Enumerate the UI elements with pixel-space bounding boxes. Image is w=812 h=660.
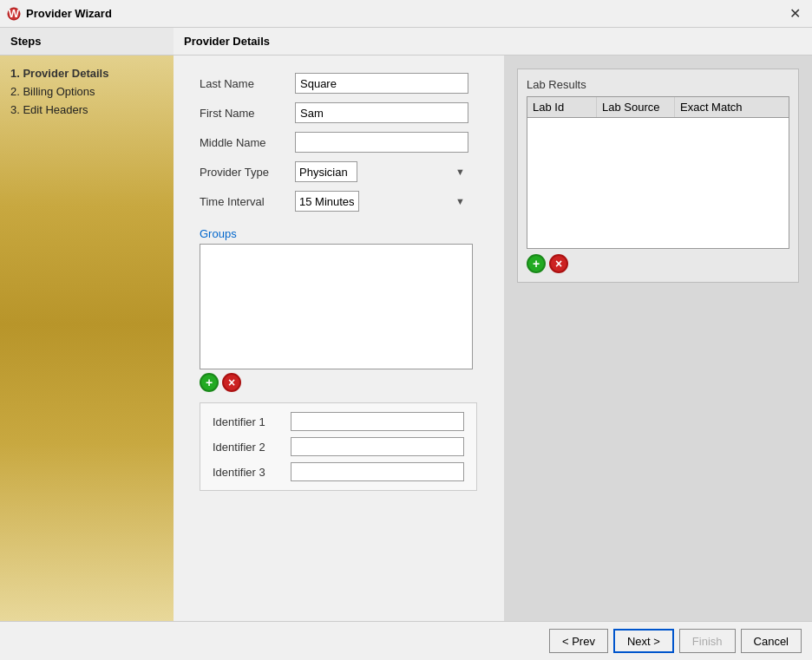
lab-remove-button[interactable]: × [549, 254, 568, 273]
provider-type-arrow: ▼ [455, 167, 465, 177]
lab-source-header: Lab Source [597, 97, 675, 117]
groups-remove-button[interactable]: × [222, 373, 241, 392]
lab-results-table: Lab Id Lab Source Exact Match [527, 96, 789, 249]
first-name-label: First Name [200, 107, 295, 120]
groups-buttons: + × [200, 373, 478, 392]
bottom-bar: < Prev Next > Finish Cancel [0, 621, 812, 660]
provider-type-row: Provider Type Physician Nurse Technician… [200, 161, 478, 182]
lab-id-header: Lab Id [527, 97, 597, 117]
step-item-1[interactable]: 1. Provider Details [10, 64, 163, 82]
first-name-input[interactable] [295, 102, 468, 123]
time-interval-label: Time Interval [200, 195, 295, 208]
middle-name-row: Middle Name [200, 132, 478, 153]
identifier-1-label: Identifier 1 [213, 415, 291, 428]
identifier-3-label: Identifier 3 [213, 466, 291, 479]
last-name-row: Last Name [200, 73, 478, 94]
next-button[interactable]: Next > [613, 629, 674, 653]
main-container: Steps 1. Provider Details 2. Billing Opt… [0, 28, 812, 621]
lab-table-body[interactable] [527, 118, 789, 248]
first-name-row: First Name [200, 102, 478, 123]
identifier-3-input[interactable] [291, 462, 464, 481]
provider-type-wrapper: Physician Nurse Technician Other ▼ [295, 161, 468, 182]
exact-match-header: Exact Match [675, 97, 789, 117]
time-interval-select[interactable]: 5 Minutes 10 Minutes 15 Minutes 20 Minut… [295, 191, 359, 212]
close-button[interactable]: ✕ [784, 3, 805, 24]
time-interval-wrapper: 5 Minutes 10 Minutes 15 Minutes 20 Minut… [295, 191, 468, 212]
lab-buttons: + × [527, 254, 789, 273]
groups-section: Groups + × [200, 227, 478, 392]
identifier-2-input[interactable] [291, 437, 464, 456]
lab-results-section: Lab Results Lab Id Lab Source Exact Matc… [517, 69, 799, 283]
last-name-input[interactable] [295, 73, 468, 94]
identifier-2-label: Identifier 2 [213, 441, 291, 454]
identifier-1-row: Identifier 1 [213, 412, 464, 431]
right-panel: Lab Results Lab Id Lab Source Exact Matc… [504, 56, 812, 621]
identifiers-section: Identifier 1 Identifier 2 Identifier 3 [200, 402, 477, 491]
left-panel: Last Name First Name Middle Name Provide… [174, 56, 504, 621]
sidebar: Steps 1. Provider Details 2. Billing Opt… [0, 28, 174, 621]
last-name-label: Last Name [200, 77, 295, 90]
cancel-button[interactable]: Cancel [741, 629, 802, 653]
step-item-2[interactable]: 2. Billing Options [10, 82, 163, 101]
middle-name-input[interactable] [295, 132, 468, 153]
groups-list-box[interactable] [200, 244, 473, 369]
middle-name-label: Middle Name [200, 136, 295, 149]
title-bar: W Provider Wizard ✕ [0, 0, 812, 28]
svg-text:W: W [9, 7, 20, 20]
finish-button[interactable]: Finish [679, 629, 736, 653]
identifier-2-row: Identifier 2 [213, 437, 464, 456]
lab-add-button[interactable]: + [527, 254, 546, 273]
provider-type-select[interactable]: Physician Nurse Technician Other [295, 161, 357, 182]
steps-header: Steps [0, 28, 174, 56]
identifier-3-row: Identifier 3 [213, 462, 464, 481]
lab-results-label: Lab Results [527, 78, 789, 91]
window-title: Provider Wizard [26, 7, 112, 20]
step-item-3[interactable]: 3. Edit Headers [10, 101, 163, 119]
lab-table-header: Lab Id Lab Source Exact Match [527, 97, 789, 118]
groups-add-button[interactable]: + [200, 373, 219, 392]
steps-list: 1. Provider Details 2. Billing Options 3… [0, 56, 174, 127]
time-interval-arrow: ▼ [455, 196, 465, 206]
content-header: Provider Details [174, 28, 812, 56]
provider-type-label: Provider Type [200, 166, 295, 179]
time-interval-row: Time Interval 5 Minutes 10 Minutes 15 Mi… [200, 191, 478, 212]
prev-button[interactable]: < Prev [549, 629, 608, 653]
wizard-icon: W [7, 7, 21, 21]
identifier-1-input[interactable] [291, 412, 464, 431]
groups-label: Groups [200, 227, 478, 240]
content-body: Last Name First Name Middle Name Provide… [174, 56, 812, 621]
title-bar-left: W Provider Wizard [7, 7, 112, 21]
content-area: Provider Details Last Name First Name Mi… [174, 28, 812, 621]
